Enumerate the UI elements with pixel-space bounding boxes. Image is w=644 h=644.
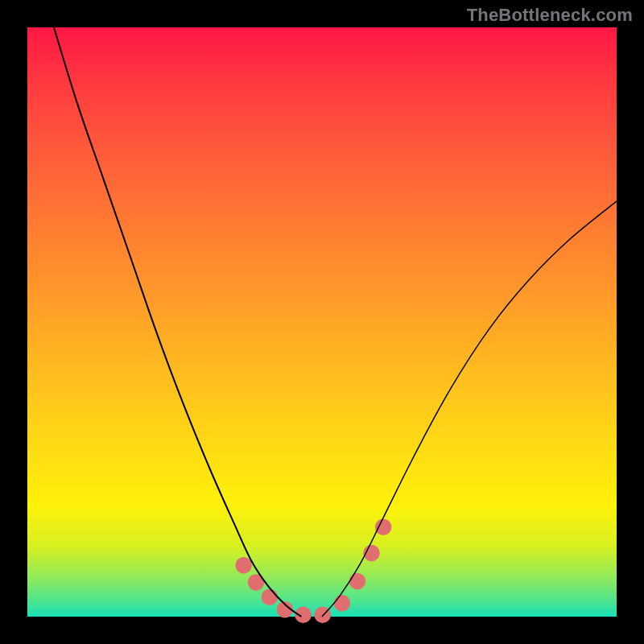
- highlight-blobs: [235, 518, 391, 623]
- highlight-blob: [375, 518, 392, 535]
- highlight-blob: [262, 589, 279, 606]
- highlight-blob: [349, 573, 366, 590]
- chart-svg: [27, 27, 617, 617]
- highlight-blob: [334, 595, 351, 612]
- left-curve: [54, 27, 301, 617]
- highlight-blob: [235, 557, 252, 574]
- watermark-label: TheBottleneck.com: [467, 5, 633, 26]
- chart-plot-area: [27, 27, 617, 617]
